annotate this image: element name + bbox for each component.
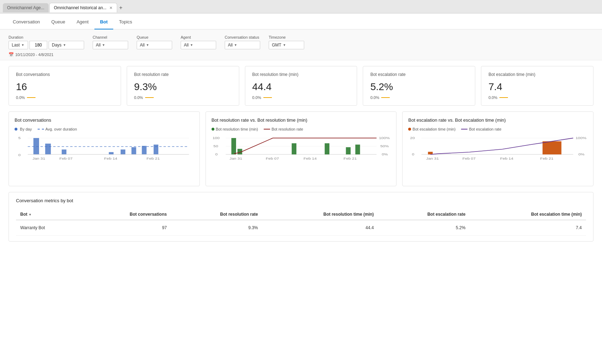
svg-rect-5 (33, 138, 39, 154)
legend-escalation-time: Bot escalation time (min) (408, 127, 455, 131)
svg-rect-12 (154, 145, 158, 155)
col-header-bot[interactable]: Bot ▼ (16, 209, 81, 220)
chevron-down-icon: ▼ (283, 43, 286, 47)
tab-inactive[interactable]: Omnichannel Age... (3, 3, 49, 12)
sort-icon: ▼ (28, 213, 32, 216)
agent-select[interactable]: All ▼ (181, 41, 216, 49)
kpi-change: 0.0% (16, 95, 114, 100)
col-header-escalation-time: Bot escalation time (min) (470, 209, 586, 220)
kpi-trend-line (263, 97, 272, 98)
svg-text:Feb 21: Feb 21 (344, 157, 357, 160)
svg-text:5: 5 (18, 137, 21, 140)
duration-filter-group: Duration Last ▼ Days ▼ (9, 35, 84, 49)
chevron-down-icon: ▼ (63, 43, 66, 47)
duration-preset-select[interactable]: Last ▼ (9, 41, 28, 49)
chevron-down-icon: ▼ (146, 43, 149, 47)
date-range: 📅 10/11/2020 - 4/8/2021 (9, 49, 593, 57)
kpi-change: 0.0% (252, 95, 350, 100)
kpi-card-bot-escalation-time: Bot escalation time (min) 7.4 0.0% (481, 66, 593, 106)
tab-agent[interactable]: Agent (71, 13, 94, 29)
chart-legend: Bot resolution time (min) Bot resolution… (212, 127, 391, 131)
svg-rect-7 (62, 149, 66, 154)
kpi-section: Bot conversations 16 0.0% Bot resolution… (0, 60, 602, 111)
col-header-bot-conversations: Bot conversations (81, 209, 171, 220)
chevron-down-icon: ▼ (190, 43, 193, 47)
legend-by-day: By day (15, 127, 32, 131)
kpi-title: Bot resolution time (min) (252, 72, 350, 77)
chevron-down-icon: ▼ (21, 43, 24, 47)
kpi-change: 0.0% (370, 95, 468, 100)
svg-rect-44 (543, 141, 562, 154)
tab-active[interactable]: Omnichannel historical an... ✕ (49, 3, 117, 12)
kpi-value: 9.3% (134, 81, 232, 93)
kpi-card-bot-conversations: Bot conversations 16 0.0% (9, 66, 121, 106)
cell-escalation-time: 7.4 (470, 220, 586, 236)
browser-tab-bar: Omnichannel Age... Omnichannel historica… (0, 0, 602, 13)
cell-resolution-rate: 9.3% (171, 220, 262, 236)
conv-status-select[interactable]: All ▼ (225, 41, 260, 49)
table-section: Conversation metrics by bot Bot ▼ Bot co… (0, 192, 602, 250)
legend-escalation-rate: Bot escalation rate (461, 127, 501, 131)
svg-text:Feb 07: Feb 07 (266, 157, 279, 160)
timezone-select[interactable]: GMT ▼ (269, 41, 304, 49)
svg-text:Jan 31: Jan 31 (426, 157, 439, 160)
queue-label: Queue (137, 35, 172, 39)
chart-title: Bot conversations (15, 117, 194, 123)
kpi-value: 7.4 (488, 81, 586, 93)
svg-text:Feb 14: Feb 14 (104, 157, 117, 160)
svg-rect-6 (45, 144, 51, 154)
cell-bot-conversations: 97 (81, 220, 171, 236)
tab-conversation[interactable]: Conversation (7, 13, 46, 29)
chart-area: 5 0 Jan 31 (15, 134, 194, 180)
tab-bot[interactable]: Bot (94, 13, 114, 29)
svg-rect-29 (291, 143, 296, 154)
duration-value-input[interactable] (29, 41, 47, 49)
chart-title: Bot escalation rate vs. Bot escalation t… (408, 117, 587, 123)
svg-text:Feb 14: Feb 14 (303, 157, 317, 160)
svg-text:50: 50 (213, 145, 218, 148)
svg-rect-27 (231, 138, 236, 154)
kpi-value: 44.4 (252, 81, 350, 93)
svg-text:Jan 31: Jan 31 (32, 157, 45, 160)
nav-tab-bar: Conversation Queue Agent Bot Topics (0, 13, 602, 29)
chart-legend: By day Avg. over duration (15, 127, 194, 131)
duration-unit-select[interactable]: Days ▼ (49, 41, 84, 49)
svg-text:0%: 0% (382, 153, 388, 156)
tab-queue[interactable]: Queue (46, 13, 71, 29)
timezone-filter-group: Timezone GMT ▼ (269, 35, 304, 49)
kpi-title: Bot escalation rate (370, 72, 468, 77)
cell-bot-name: Warranty Bot (16, 220, 81, 236)
chart-title: Bot resolution rate vs. Bot resolution t… (212, 117, 391, 123)
conv-status-filter-group: Conversation status All ▼ (225, 35, 260, 49)
svg-rect-31 (346, 147, 350, 154)
kpi-trend-line (381, 97, 390, 98)
conv-status-label: Conversation status (225, 35, 260, 39)
filters-bar: Duration Last ▼ Days ▼ Channel (0, 29, 602, 60)
chevron-down-icon: ▼ (234, 43, 237, 47)
svg-text:100%: 100% (379, 137, 390, 140)
svg-text:0: 0 (412, 153, 415, 156)
svg-rect-9 (121, 149, 125, 154)
kpi-value: 5.2% (370, 81, 468, 93)
svg-text:Feb 07: Feb 07 (59, 157, 72, 160)
kpi-card-bot-escalation-rate: Bot escalation rate 5.2% 0.0% (363, 66, 475, 106)
chart-escalation: Bot escalation rate vs. Bot escalation t… (402, 111, 593, 186)
svg-text:100%: 100% (576, 137, 587, 140)
svg-text:Feb 14: Feb 14 (500, 157, 513, 160)
tab-topics[interactable]: Topics (113, 13, 138, 29)
channel-select[interactable]: All ▼ (93, 41, 128, 49)
queue-select[interactable]: All ▼ (137, 41, 172, 49)
metrics-table: Bot ▼ Bot conversations Bot resolution r… (16, 209, 586, 236)
chart-area-escalation: 20 0 100% 0% Jan 31 Feb 07 (408, 134, 587, 180)
kpi-trend-line (499, 97, 508, 98)
chart-resolution: Bot resolution rate vs. Bot resolution t… (206, 111, 397, 186)
chart-bot-conversations: Bot conversations By day Avg. over durat… (9, 111, 200, 186)
chart-area-resolution: 100 50 0 100% 50% 0% (212, 134, 391, 180)
tab-close-icon[interactable]: ✕ (109, 6, 113, 10)
legend-resolution-rate: Bot resolution rate (264, 127, 303, 131)
add-tab-button[interactable]: + (119, 5, 122, 11)
queue-filter-group: Queue All ▼ (137, 35, 172, 49)
col-header-resolution-rate: Bot resolution rate (171, 209, 262, 220)
svg-rect-10 (131, 147, 136, 154)
legend-avg: Avg. over duration (38, 127, 77, 131)
